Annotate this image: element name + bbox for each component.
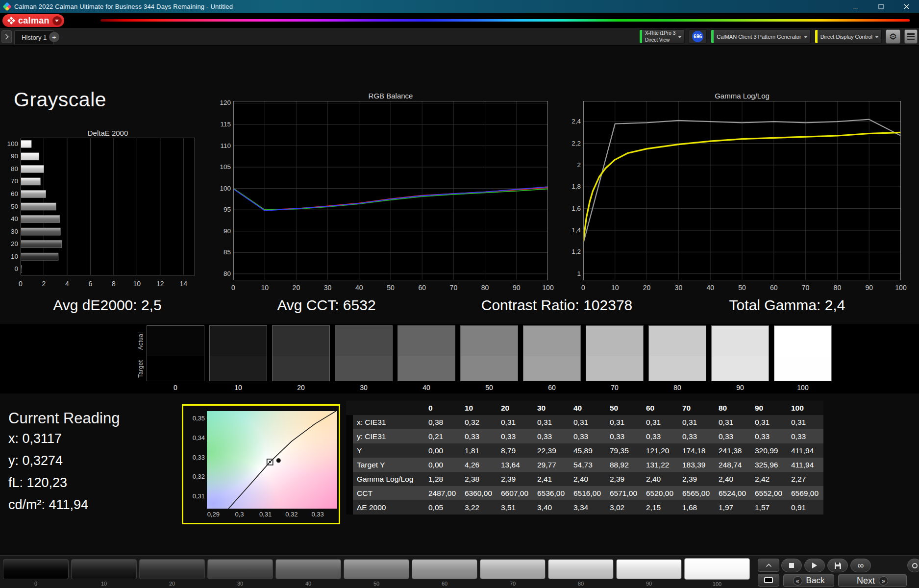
axis-tick-label: 0,3 (231, 511, 248, 518)
pattern-button-90[interactable] (616, 559, 682, 579)
pattern-button-80[interactable] (548, 559, 614, 579)
close-button[interactable] (894, 0, 919, 13)
table-cell: 2,42 (751, 472, 787, 486)
back-button[interactable]: « Back (783, 574, 834, 587)
display-button[interactable]: Direct Display Control (815, 29, 882, 44)
axis-tick-label: 0,33 (184, 454, 205, 461)
table-cell: 6536,00 (533, 486, 570, 500)
axis-tick-label: 0,35 (184, 415, 205, 422)
pattern-button-30[interactable] (207, 559, 273, 579)
stop-button[interactable] (781, 559, 802, 572)
table-cell: 29,77 (533, 458, 570, 472)
axis-tick-label: 0,31 (184, 492, 205, 500)
axis-tick-label: 80 (211, 270, 231, 277)
pattern-window-button[interactable] (758, 574, 779, 587)
meter-button[interactable]: X-Rite i1Pro 3 Direct View (639, 29, 685, 44)
table-cell: 3,34 (570, 500, 606, 514)
session-options-button[interactable] (907, 559, 919, 572)
minimize-button[interactable] (843, 0, 868, 13)
table-strip (346, 415, 353, 429)
reading-y: y: 0,3274 (8, 453, 63, 468)
page-title: Grayscale (14, 88, 106, 111)
rgb-balance-chart: RGB Balance 8085909510010511011512001020… (211, 91, 573, 301)
table-cell: 0,31 (678, 415, 715, 429)
table-cell: 2,15 (642, 500, 678, 514)
gamma-chart: Gamma Log/Log 11,21,41,61,822,22,4010203… (561, 91, 919, 301)
pattern-button-50[interactable] (344, 559, 409, 579)
pattern-label: 50 (344, 581, 409, 587)
axis-tick-label: 0,33 (309, 511, 326, 518)
pattern-button-20[interactable] (139, 559, 205, 579)
table-cell: 1,28 (424, 472, 461, 486)
table-strip (346, 486, 353, 500)
table-cell: 0,33 (715, 429, 751, 443)
axis-tick-label: 0 (14, 280, 27, 288)
calman-menu-button[interactable]: calman (2, 14, 64, 27)
pattern-button-100[interactable] (684, 558, 750, 580)
calman-window: Calman 2022 Calman Ultimate for Business… (0, 0, 919, 588)
table-row-label: x: CIE31 (353, 415, 424, 429)
grayscale-swatch-90: 90 (711, 325, 769, 392)
axis-tick-label: 80 (829, 284, 845, 292)
table-cell: 6569,00 (787, 486, 823, 500)
tab-history-1[interactable]: History 1 (14, 30, 54, 44)
pattern-button-60[interactable] (412, 559, 477, 579)
window-controls (843, 0, 919, 13)
table-cell: 6552,00 (751, 486, 787, 500)
next-button[interactable]: Next » (838, 574, 907, 587)
axis-tick-label: 14 (176, 280, 190, 288)
deltae-chart: DeltaE 2000 1009080706050403020100024681… (0, 128, 216, 304)
table-strip (346, 429, 353, 443)
table-header-cell: 60 (642, 401, 678, 415)
table-header-cell: 20 (497, 401, 533, 415)
axis-tick-label: 1,4 (561, 226, 581, 234)
table-cell: 131,22 (642, 458, 678, 472)
add-tab-button[interactable]: + (49, 32, 59, 42)
save-icon (834, 562, 842, 569)
table-cell: 54,73 (570, 458, 606, 472)
pattern-button-40[interactable] (275, 559, 341, 579)
pattern-button-0[interactable] (3, 559, 69, 579)
swatch-actual (210, 326, 267, 356)
table-row-label: CCT (353, 486, 424, 500)
next-chevrons-icon: » (879, 576, 888, 586)
table-cell: 325,96 (751, 458, 787, 472)
pattern-button-70[interactable] (480, 559, 546, 579)
play-button[interactable] (804, 559, 825, 572)
history-panel-toggle[interactable] (1, 30, 12, 43)
axis-tick-label: 10 (607, 284, 623, 292)
pattern-label: 20 (139, 581, 205, 587)
swatch-target (461, 356, 518, 381)
cie-chart: 0,310,320,330,340,350,290,30,310,320,33 (182, 404, 340, 524)
pattern-button-10[interactable] (71, 559, 137, 579)
axis-tick-label: 60 (0, 190, 18, 197)
table-cell: 320,99 (751, 443, 787, 458)
save-button[interactable] (827, 559, 848, 572)
axis-tick-label: 30 (0, 228, 18, 235)
chevron-down-icon (804, 36, 808, 38)
workflow-options-button[interactable] (904, 29, 918, 44)
axis-tick-label: 1,6 (561, 205, 581, 212)
pattern-item: 20 (139, 559, 205, 587)
table-cell: 0,33 (497, 429, 533, 443)
axis-tick-label: 50 (0, 203, 18, 210)
swatch-actual (712, 326, 769, 356)
rgb-balance-plot (233, 101, 548, 280)
settings-button[interactable]: ⚙ (886, 29, 900, 44)
table-cell: 0,33 (642, 429, 678, 443)
continuous-read-button[interactable]: ∞ (850, 559, 871, 572)
swatch-actual (147, 326, 204, 356)
axis-tick-label: 60 (414, 284, 430, 292)
axis-tick-label: 1 (561, 270, 581, 277)
pattern-window-icon (764, 577, 773, 583)
swatch-target (649, 356, 706, 381)
swatch-actual (461, 326, 518, 356)
maximize-button[interactable] (868, 0, 894, 13)
table-cell: 0,31 (533, 415, 570, 429)
source-button[interactable]: CalMAN Client 3 Pattern Generator (711, 29, 810, 44)
collapse-pattern-bar-button[interactable] (758, 559, 779, 572)
pattern-label: 100 (684, 581, 750, 587)
table-cell: 0,31 (787, 415, 823, 429)
actual-row-label: Actual (137, 326, 144, 356)
swatch-target (335, 356, 392, 381)
